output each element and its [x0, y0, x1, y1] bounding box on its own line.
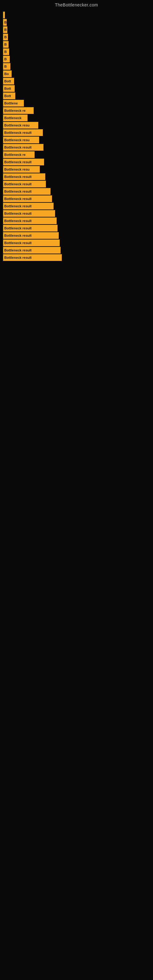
bar-item-12: Bott [3, 92, 15, 99]
bar-row: Bottleneck re [3, 107, 153, 114]
bar-row: Bottleneck result [3, 181, 153, 188]
bar-label-28: Bottleneck result [4, 212, 32, 215]
bar-row: Bott [3, 85, 153, 92]
bar-label-14: Bottleneck re [4, 109, 26, 112]
bar-row: Bottleneck result [3, 159, 153, 165]
bar-row: Bottleneck result [3, 196, 153, 202]
bar-item-20: Bottleneck re [3, 151, 35, 158]
bar-row: Bottleneck result [3, 240, 153, 246]
bar-label-19: Bottleneck result [4, 145, 32, 149]
bar-item-22: Bottleneck resu [3, 166, 40, 173]
bar-label-25: Bottleneck result [4, 189, 32, 193]
bar-row: Bo [3, 70, 153, 77]
bar-item-16: Bottleneck resu [3, 122, 38, 129]
bar-item-8: B [3, 63, 10, 70]
bar-label-31: Bottleneck result [4, 234, 32, 237]
bar-label-3: B [4, 28, 7, 32]
bar-item-10: Bott [3, 78, 14, 84]
bar-item-29: Bottleneck result [3, 218, 57, 224]
bar-item-9: Bo [3, 70, 12, 77]
bar-label-20: Bottleneck re [4, 153, 26, 156]
bar-row: Bottlene [3, 100, 153, 107]
bar-item-14: Bottleneck re [3, 107, 33, 114]
site-title: TheBottlenecker.com [0, 0, 153, 9]
bar-label-9: Bo [4, 72, 9, 76]
bar-row: B [3, 41, 153, 48]
bar-item-31: Bottleneck result [3, 232, 59, 239]
bar-item-26: Bottleneck result [3, 196, 52, 202]
bar-label-34: Bottleneck result [4, 256, 32, 259]
bar-item-1 [3, 12, 5, 18]
bar-item-25: Bottleneck result [3, 188, 51, 195]
bar-label-23: Bottleneck result [4, 175, 32, 178]
bar-row: B [3, 19, 153, 26]
bar-item-6: B [3, 48, 9, 55]
bar-row: Bottleneck result [3, 144, 153, 151]
bar-item-5: B [3, 41, 9, 48]
bar-label-18: Bottleneck resu [4, 138, 30, 142]
bars-container: BBBBBBBBoBottBottBottBottleneBottleneck … [0, 9, 153, 265]
bar-item-15: Bottleneck [3, 115, 27, 121]
bar-label-2: B [4, 21, 7, 24]
bar-label-32: Bottleneck result [4, 241, 32, 245]
bar-label-4: B [4, 35, 7, 39]
bar-item-27: Bottleneck result [3, 203, 54, 210]
bar-row: B [3, 26, 153, 33]
bar-item-30: Bottleneck result [3, 225, 57, 232]
bar-row: B [3, 34, 153, 40]
bar-label-24: Bottleneck result [4, 182, 32, 186]
bar-item-17: Bottleneck result [3, 129, 43, 136]
bar-label-5: B [4, 43, 7, 46]
bar-item-21: Bottleneck result [3, 159, 44, 165]
bar-label-26: Bottleneck result [4, 197, 32, 200]
bar-item-32: Bottleneck result [3, 240, 60, 246]
bar-item-18: Bottleneck resu [3, 137, 39, 143]
bar-label-15: Bottleneck [4, 116, 21, 120]
bar-label-33: Bottleneck result [4, 248, 32, 252]
bar-row: Bottleneck result [3, 188, 153, 195]
bar-item-3: B [3, 26, 7, 33]
bar-label-10: Bott [4, 79, 11, 83]
bar-row: Bottleneck resu [3, 122, 153, 129]
bar-row: Bottleneck result [3, 232, 153, 239]
bar-row: Bottleneck result [3, 247, 153, 254]
bar-item-7: B [3, 56, 10, 62]
bar-label-12: Bott [4, 94, 11, 98]
bar-label-27: Bottleneck result [4, 204, 32, 208]
bar-label-7: B [4, 57, 7, 61]
bar-row: Bottleneck re [3, 151, 153, 158]
bar-row: Bottleneck result [3, 210, 153, 217]
bar-label-30: Bottleneck result [4, 226, 32, 230]
bar-row: B [3, 48, 153, 55]
bar-row [3, 12, 153, 18]
bar-item-24: Bottleneck result [3, 181, 46, 188]
bar-item-4: B [3, 34, 8, 40]
bar-label-13: Bottlene [4, 101, 18, 105]
bar-row: Bottleneck [3, 115, 153, 121]
bar-label-22: Bottleneck resu [4, 167, 30, 171]
bar-row: Bottleneck resu [3, 166, 153, 173]
bar-label-6: B [4, 50, 7, 54]
bar-label-21: Bottleneck result [4, 160, 32, 164]
bar-row: Bottleneck result [3, 218, 153, 224]
bar-label-8: B [4, 65, 7, 68]
bar-item-13: Bottlene [3, 100, 24, 107]
bar-row: B [3, 63, 153, 70]
bar-label-29: Bottleneck result [4, 219, 32, 223]
bar-row: Bottleneck result [3, 203, 153, 210]
bar-label-17: Bottleneck result [4, 131, 32, 134]
bar-row: Bottleneck result [3, 225, 153, 232]
bar-row: Bottleneck result [3, 129, 153, 136]
bar-item-2: B [3, 19, 7, 26]
bar-item-11: Bott [3, 85, 15, 92]
bar-row: Bottleneck result [3, 254, 153, 261]
bar-row: B [3, 56, 153, 62]
bar-row: Bott [3, 78, 153, 84]
bar-item-34: Bottleneck result [3, 254, 62, 261]
bar-item-23: Bottleneck result [3, 173, 45, 180]
bar-row: Bott [3, 92, 153, 99]
bar-label-16: Bottleneck resu [4, 123, 30, 127]
bar-label-11: Bott [4, 87, 11, 90]
bar-item-19: Bottleneck result [3, 144, 43, 151]
bar-row: Bottleneck result [3, 173, 153, 180]
